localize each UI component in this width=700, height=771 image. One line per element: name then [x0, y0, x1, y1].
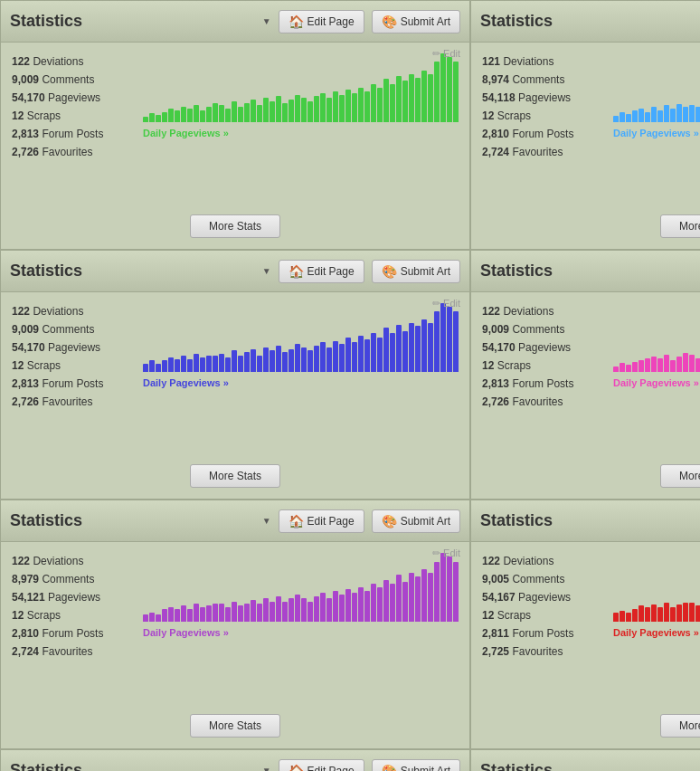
bar-chart [613, 551, 700, 623]
bar [626, 114, 631, 122]
stat-label: Forum Posts [512, 128, 573, 140]
stats-list: 122 Deviations8,979 Comments54,121 Pagev… [12, 551, 138, 662]
bar [402, 331, 408, 372]
dropdown-arrow-icon[interactable]: ▼ [262, 766, 271, 771]
bar [689, 105, 695, 122]
bar [626, 613, 631, 622]
more-stats-button[interactable]: More Stats [660, 214, 700, 238]
bar [333, 91, 338, 122]
bar [213, 103, 218, 122]
edit-page-button[interactable]: 🏠Edit Page [279, 10, 364, 33]
widget-title: Statistics [480, 12, 700, 31]
bar [149, 360, 155, 372]
more-stats-button[interactable]: More Stats [660, 714, 700, 738]
stat-item: 2,810 Forum Posts [12, 625, 138, 642]
widget-w2: Statistics▼🏠Edit Page🎨Submit Art✏ Edit12… [470, 0, 700, 250]
widget-body: ✏ Edit122 Deviations8,979 Comments54,121… [1, 542, 469, 705]
bar [683, 107, 688, 122]
edit-page-button[interactable]: 🏠Edit Page [279, 260, 364, 283]
more-stats-button[interactable]: More Stats [190, 714, 280, 738]
bar [339, 95, 345, 122]
edit-page-icon: 🏠 [289, 264, 304, 279]
dropdown-arrow-icon[interactable]: ▼ [262, 16, 271, 26]
stat-number: 8,974 [482, 73, 509, 86]
stat-item: 8,979 Comments [12, 571, 138, 587]
stat-item: 12 Scraps [482, 357, 609, 374]
edit-link[interactable]: ✏ Edit [432, 298, 460, 309]
stat-number: 122 [12, 55, 30, 68]
stat-label: Deviations [503, 555, 553, 567]
edit-page-button[interactable]: 🏠Edit Page [279, 509, 364, 533]
bar [282, 352, 288, 372]
bar [390, 84, 395, 122]
stat-label: Scraps [27, 109, 61, 122]
bar [639, 109, 644, 122]
bar [345, 90, 351, 122]
widget-header: Statistics▼🏠Edit Page🎨Submit Art [471, 251, 700, 292]
chart-label[interactable]: Daily Pageviews » [613, 128, 699, 138]
stat-item: 12 Scraps [12, 607, 138, 623]
bar [377, 587, 383, 622]
submit-art-button[interactable]: 🎨Submit Art [372, 10, 460, 33]
chart-label[interactable]: Daily Pageviews » [143, 377, 229, 388]
bar [213, 356, 218, 372]
chart-label[interactable]: Daily Pageviews » [613, 377, 699, 388]
edit-page-button[interactable]: 🏠Edit Page [279, 759, 364, 772]
bar [276, 346, 281, 372]
widget-body: ✏ Edit121 Deviations8,974 Comments54,118… [471, 43, 700, 205]
dropdown-arrow-icon[interactable]: ▼ [262, 266, 271, 276]
bar [333, 591, 338, 622]
bar [251, 600, 256, 622]
bar [295, 344, 300, 372]
stat-number: 2,810 [12, 627, 39, 640]
more-stats-area: More Stats [1, 455, 469, 499]
edit-link[interactable]: ✏ Edit [432, 547, 460, 559]
stat-number: 9,005 [482, 573, 509, 585]
widget-body: ✏ Edit122 Deviations9,009 Comments54,170… [1, 292, 469, 455]
bar [244, 352, 250, 372]
chart-label[interactable]: Daily Pageviews » [143, 128, 229, 138]
submit-art-button[interactable]: 🎨Submit Art [372, 260, 460, 283]
bar [206, 107, 212, 122]
bar [428, 573, 433, 622]
stat-number: 122 [482, 305, 500, 318]
stat-number: 2,724 [12, 645, 39, 658]
submit-art-button[interactable]: 🎨Submit Art [372, 759, 460, 772]
submit-art-button[interactable]: 🎨Submit Art [372, 509, 460, 533]
stat-item: 122 Deviations [482, 303, 609, 319]
stat-number: 54,170 [12, 91, 45, 104]
more-stats-button[interactable]: More Stats [190, 464, 280, 488]
stat-item: 122 Deviations [12, 553, 138, 569]
stat-number: 9,009 [482, 323, 509, 336]
bar [168, 357, 174, 372]
bar [314, 596, 319, 622]
stat-label: Comments [512, 573, 564, 585]
stat-number: 12 [12, 359, 24, 372]
stat-number: 2,726 [12, 146, 39, 158]
bar [371, 584, 376, 622]
bar [645, 607, 650, 622]
stat-item: 9,009 Comments [12, 321, 138, 338]
bar [301, 598, 307, 622]
bar [447, 557, 452, 622]
more-stats-button[interactable]: More Stats [190, 214, 280, 238]
bar [156, 115, 161, 122]
edit-link[interactable]: ✏ Edit [432, 48, 460, 60]
more-stats-area: More Stats [471, 705, 700, 748]
stat-label: Pageviews [48, 341, 100, 354]
chart-label[interactable]: Daily Pageviews » [143, 627, 229, 638]
chart-label[interactable]: Daily Pageviews » [613, 627, 699, 638]
widget-w4: Statistics▼🏠Edit Page🎨Submit Art✏ Edit12… [470, 250, 700, 500]
bar [225, 109, 231, 122]
more-stats-button[interactable]: More Stats [660, 464, 700, 488]
bar [409, 74, 414, 122]
dropdown-arrow-icon[interactable]: ▼ [262, 516, 271, 526]
stat-number: 54,121 [12, 591, 45, 604]
bar [645, 358, 650, 372]
bar [168, 109, 174, 122]
submit-art-label: Submit Art [401, 765, 450, 772]
stat-item: 2,813 Forum Posts [12, 376, 138, 392]
widget-header: Statistics▼🏠Edit Page🎨Submit Art [1, 500, 469, 542]
chart-area: Daily Pageviews » [143, 551, 459, 638]
bar [289, 349, 294, 372]
